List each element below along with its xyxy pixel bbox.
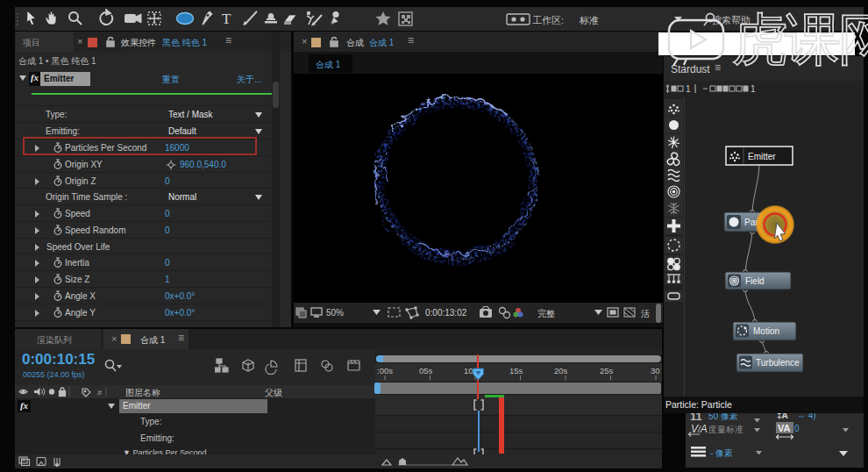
svg-text:V/A: V/A	[691, 423, 708, 435]
svg-text:T: T	[222, 11, 231, 27]
svg-text:Turbulence: Turbulence	[756, 358, 800, 368]
svg-text:15s: 15s	[509, 366, 523, 375]
svg-text:20s: 20s	[554, 366, 568, 375]
svg-text:05s: 05s	[419, 366, 433, 375]
svg-text:Motion: Motion	[753, 326, 779, 336]
svg-text:VA: VA	[778, 423, 791, 433]
svg-text:1: 1	[686, 84, 691, 94]
svg-text:‡A: ‡A	[777, 413, 788, 420]
svg-text::00s: :00s	[377, 366, 393, 375]
svg-text:30: 30	[651, 366, 660, 375]
svg-text:1: 1	[751, 84, 756, 94]
svg-text:11: 11	[690, 413, 702, 423]
svg-text:Field: Field	[745, 276, 765, 286]
svg-text:#: #	[97, 389, 102, 397]
svg-text:25s: 25s	[600, 366, 614, 375]
svg-text:Emitter: Emitter	[748, 152, 776, 161]
